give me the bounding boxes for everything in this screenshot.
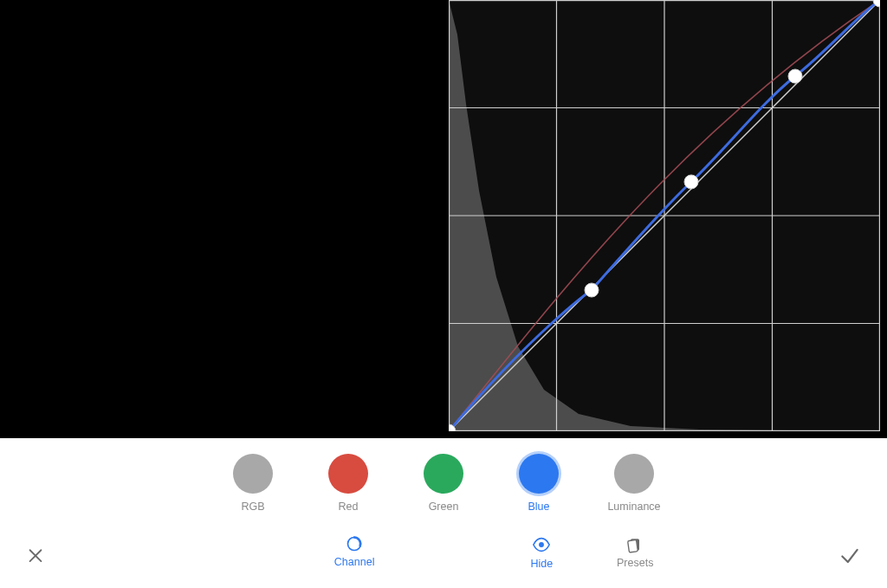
editor-canvas (0, 0, 887, 438)
curve-point[interactable] (585, 283, 599, 297)
channel-dot-luminance (614, 454, 654, 494)
confirm-button[interactable] (838, 544, 861, 566)
action-row: Channel Hide Presets (0, 525, 887, 588)
channel-blue[interactable]: Blue (511, 454, 567, 513)
channel-selector-row: RGB Red Green Blue Luminance (0, 438, 887, 525)
channel-label-blue: Blue (528, 501, 549, 513)
channel-green[interactable]: Green (416, 454, 471, 513)
channel-dot-green (424, 454, 463, 494)
action-channel-label: Channel (334, 556, 375, 568)
channel-dot-rgb (233, 454, 273, 494)
curves-graph[interactable] (449, 0, 880, 431)
channel-label-red: Red (339, 501, 359, 513)
channel-label-luminance: Luminance (607, 501, 660, 513)
curve-point[interactable] (684, 175, 698, 189)
check-icon (838, 544, 861, 566)
svg-point-8 (539, 542, 544, 547)
action-hide-label: Hide (530, 558, 553, 570)
svg-rect-10 (628, 540, 638, 552)
curve-point[interactable] (788, 69, 802, 83)
action-presets[interactable]: Presets (617, 536, 653, 569)
action-hide[interactable]: Hide (530, 535, 553, 570)
channel-rgb[interactable]: RGB (225, 454, 281, 513)
action-presets-label: Presets (617, 557, 653, 569)
bottom-toolbar: RGB Red Green Blue Luminance (0, 438, 887, 588)
curves-panel[interactable] (449, 0, 880, 431)
channel-luminance[interactable]: Luminance (606, 454, 662, 513)
presets-icon (626, 536, 644, 553)
eye-icon (532, 535, 551, 554)
channel-red[interactable]: Red (320, 454, 376, 513)
channel-dot-red (328, 454, 368, 494)
action-channel[interactable]: Channel (334, 535, 375, 570)
channel-dot-blue (519, 454, 559, 494)
channel-label-rgb: RGB (241, 501, 264, 513)
channel-label-green: Green (429, 501, 459, 513)
channel-icon (346, 535, 363, 552)
